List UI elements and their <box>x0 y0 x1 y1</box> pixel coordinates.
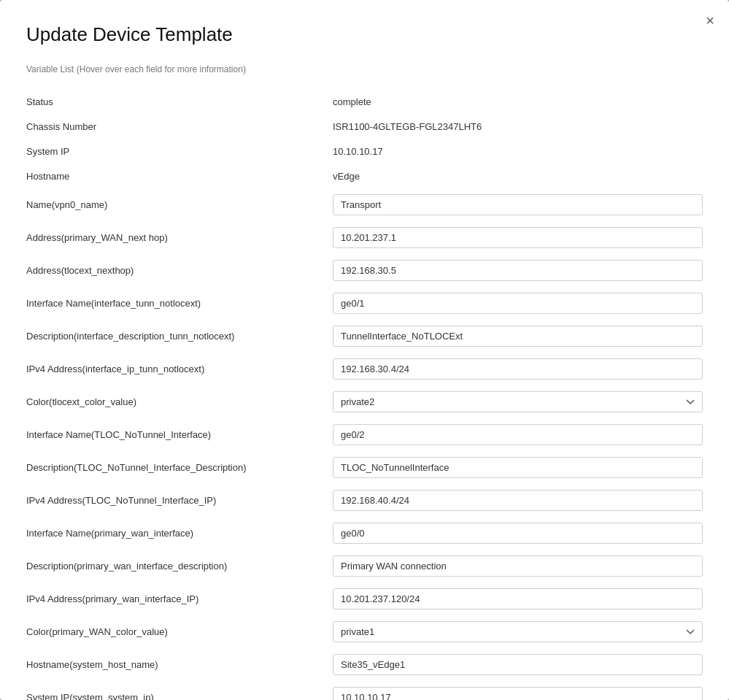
variable-row: Interface Name(primary_wan_interface) <box>26 517 703 550</box>
modal-overlay: × Update Device Template Variable List (… <box>0 0 729 700</box>
label-tlocext_nexthop: Address(tlocext_nexthop) <box>26 265 333 276</box>
label-tloc_notunnel_interface_description: Description(TLOC_NoTunnel_Interface_Desc… <box>26 462 333 473</box>
value-primary_wan_interface_description[interactable] <box>333 555 703 577</box>
input-tloc_notunnel_interface[interactable] <box>333 424 703 445</box>
input-tloc_notunnel_interface_ip[interactable] <box>333 490 703 511</box>
input-interface_description_tunn_notlocext[interactable] <box>333 326 703 347</box>
variable-row: HostnamevEdge <box>26 164 703 188</box>
variable-row: IPv4 Address(primary_wan_interface_IP) <box>26 582 703 615</box>
variable-row: Address(tlocext_nexthop) <box>26 254 703 287</box>
label-interface_ip_tunn_notlocext: IPv4 Address(interface_ip_tunn_notlocext… <box>26 364 333 374</box>
close-button[interactable]: × <box>706 13 714 28</box>
label-interface_tunn_notlocext: Interface Name(interface_tunn_notlocext) <box>26 298 333 309</box>
select-primary_wan_color_value[interactable]: private1private2private3public-internetb… <box>333 621 703 642</box>
label-system_host_name: Hostname(system_host_name) <box>26 659 333 670</box>
label-system_system_ip: System IP(system_system_ip) <box>26 692 333 700</box>
variable-row: Color(tlocext_color_value)private1privat… <box>26 385 703 418</box>
label-primary_wan_color_value: Color(primary_WAN_color_value) <box>26 626 333 637</box>
variable-row: Description(TLOC_NoTunnel_Interface_Desc… <box>26 451 703 484</box>
value-tlocext_color_value[interactable]: private1private2private3public-internetb… <box>333 391 703 412</box>
label-primary_wan_next_hop: Address(primary_WAN_next hop) <box>26 232 333 243</box>
variable-row: IPv4 Address(interface_ip_tunn_notlocext… <box>26 353 703 385</box>
input-system_host_name[interactable] <box>333 654 703 675</box>
label-status: Status <box>26 96 333 107</box>
label-tloc_notunnel_interface: Interface Name(TLOC_NoTunnel_Interface) <box>26 429 333 440</box>
value-tlocext_nexthop[interactable] <box>333 260 703 281</box>
variable-row: Interface Name(interface_tunn_notlocext) <box>26 287 703 320</box>
value-tloc_notunnel_interface_ip[interactable] <box>333 490 703 511</box>
input-tlocext_nexthop[interactable] <box>333 260 703 281</box>
value-tloc_notunnel_interface_description[interactable] <box>333 457 703 478</box>
label-interface_description_tunn_notlocext: Description(interface_description_tunn_n… <box>26 331 333 342</box>
value-chassis_number: ISR1100-4GLTEGB-FGL2347LHT6 <box>333 120 703 133</box>
label-vpn0_name: Name(vpn0_name) <box>26 199 333 210</box>
input-vpn0_name[interactable] <box>333 194 703 215</box>
label-primary_wan_interface_ip: IPv4 Address(primary_wan_interface_IP) <box>26 593 333 604</box>
input-primary_wan_next_hop[interactable] <box>333 227 703 248</box>
variable-row: Interface Name(TLOC_NoTunnel_Interface) <box>26 418 703 451</box>
static-system_ip: 10.10.10.17 <box>333 146 383 157</box>
input-interface_tunn_notlocext[interactable] <box>333 293 703 314</box>
label-tlocext_color_value: Color(tlocext_color_value) <box>26 396 333 407</box>
variable-row: Description(interface_description_tunn_n… <box>26 320 703 353</box>
value-tloc_notunnel_interface[interactable] <box>333 424 703 445</box>
label-tloc_notunnel_interface_ip: IPv4 Address(TLOC_NoTunnel_Interface_IP) <box>26 495 333 506</box>
value-system_ip: 10.10.10.17 <box>333 145 703 158</box>
value-interface_ip_tunn_notlocext[interactable] <box>333 358 703 380</box>
value-hostname: vEdge <box>333 169 703 182</box>
label-system_ip: System IP <box>26 146 333 157</box>
input-primary_wan_interface_ip[interactable] <box>333 588 703 609</box>
value-status: complete <box>333 95 703 108</box>
select-tlocext_color_value[interactable]: private1private2private3public-internetb… <box>333 391 703 412</box>
value-primary_wan_next_hop[interactable] <box>333 227 703 248</box>
variable-row: Name(vpn0_name) <box>26 188 703 221</box>
static-chassis_number: ISR1100-4GLTEGB-FGL2347LHT6 <box>333 121 482 132</box>
value-primary_wan_interface_ip[interactable] <box>333 588 703 609</box>
variable-row: System IP10.10.10.17 <box>26 139 703 164</box>
input-interface_ip_tunn_notlocext[interactable] <box>333 358 703 380</box>
variable-row: Description(primary_wan_interface_descri… <box>26 550 703 582</box>
label-primary_wan_interface_description: Description(primary_wan_interface_descri… <box>26 561 333 572</box>
variable-row: System IP(system_system_ip) <box>26 681 703 700</box>
section-label: Variable List (Hover over each field for… <box>26 64 703 74</box>
variable-row: Color(primary_WAN_color_value)private1pr… <box>26 615 703 648</box>
input-tloc_notunnel_interface_description[interactable] <box>333 457 703 478</box>
variable-row: Statuscomplete <box>26 89 703 114</box>
variable-row: Hostname(system_host_name) <box>26 648 703 681</box>
label-chassis_number: Chassis Number <box>26 121 333 132</box>
value-interface_tunn_notlocext[interactable] <box>333 293 703 314</box>
input-primary_wan_interface[interactable] <box>333 523 703 544</box>
variable-list-label: Variable List <box>26 64 74 74</box>
value-system_system_ip[interactable] <box>333 687 703 700</box>
value-vpn0_name[interactable] <box>333 194 703 215</box>
section-hint: (Hover over each field for more informat… <box>77 64 246 74</box>
variable-row: IPv4 Address(TLOC_NoTunnel_Interface_IP) <box>26 484 703 517</box>
value-primary_wan_interface[interactable] <box>333 523 703 544</box>
value-primary_wan_color_value[interactable]: private1private2private3public-internetb… <box>333 621 703 642</box>
modal-title: Update Device Template <box>26 23 703 46</box>
input-primary_wan_interface_description[interactable] <box>333 555 703 577</box>
static-hostname: vEdge <box>333 171 360 182</box>
input-system_system_ip[interactable] <box>333 687 703 700</box>
variable-row: Chassis NumberISR1100-4GLTEGB-FGL2347LHT… <box>26 114 703 139</box>
variable-list: StatuscompleteChassis NumberISR1100-4GLT… <box>26 89 703 700</box>
static-status: complete <box>333 96 371 107</box>
modal-container: × Update Device Template Variable List (… <box>0 0 729 700</box>
value-interface_description_tunn_notlocext[interactable] <box>333 326 703 347</box>
value-system_host_name[interactable] <box>333 654 703 675</box>
label-primary_wan_interface: Interface Name(primary_wan_interface) <box>26 528 333 539</box>
label-hostname: Hostname <box>26 171 333 182</box>
variable-row: Address(primary_WAN_next hop) <box>26 221 703 254</box>
